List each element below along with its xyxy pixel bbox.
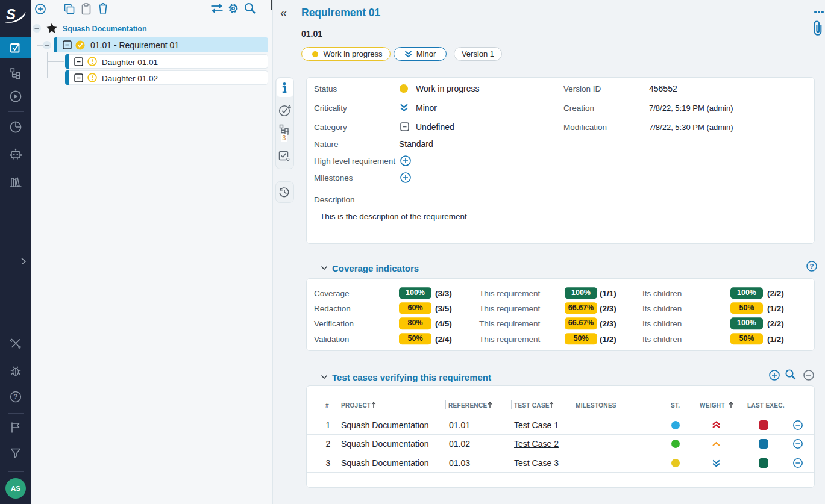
- svg-text:?: ?: [13, 393, 17, 401]
- svg-text:S: S: [6, 6, 16, 22]
- svg-text:?: ?: [809, 263, 814, 270]
